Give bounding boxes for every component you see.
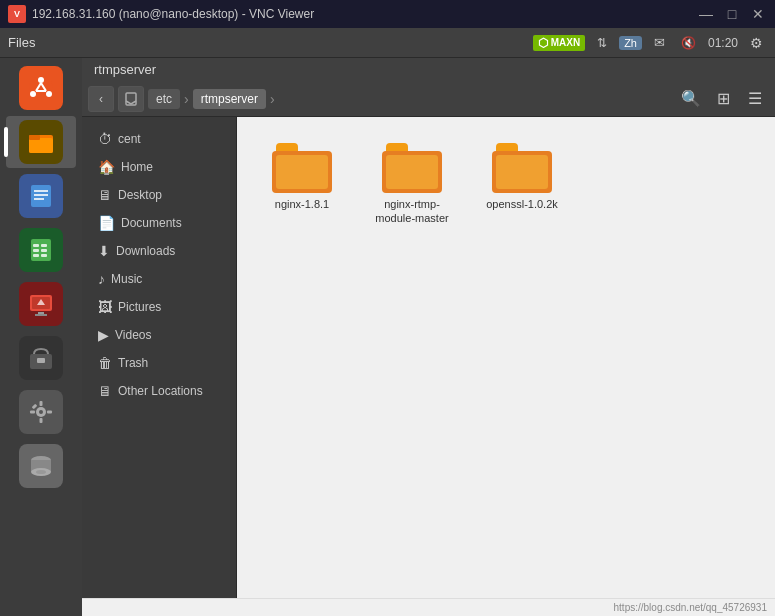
svg-rect-30	[40, 401, 43, 406]
bookmark-button[interactable]	[118, 86, 144, 112]
svg-point-2	[30, 91, 36, 97]
recent-icon: ⏱	[98, 131, 112, 147]
left-navigation: ⏱ cent 🏠 Home 🖥 Desktop 📄 Documents	[82, 117, 237, 598]
breadcrumb-separator: ›	[184, 91, 189, 107]
statusbar: https://blog.csdn.net/qq_45726931	[82, 598, 775, 616]
path-title: rtmpserver	[82, 58, 775, 81]
trash-icon: 🗑	[98, 355, 112, 371]
svg-rect-34	[32, 404, 38, 410]
main-content: rtmpserver ‹ etc › rtmpserver › 🔍	[0, 58, 775, 616]
search-icon: 🔍	[681, 89, 701, 108]
documents-icon: 📄	[98, 215, 115, 231]
sidebar-item-files[interactable]	[6, 116, 76, 168]
svg-point-29	[39, 410, 43, 414]
svg-rect-18	[41, 249, 47, 252]
folder-icon-openssl	[492, 143, 552, 193]
status-url: https://blog.csdn.net/qq_45726931	[614, 602, 767, 613]
menu-button[interactable]: ☰	[741, 85, 769, 113]
music-icon: ♪	[98, 271, 105, 287]
nav-label-home: Home	[121, 160, 153, 174]
videos-icon: ▶	[98, 327, 109, 343]
nav-label-documents: Documents	[121, 216, 182, 230]
window-controls: — □ ✕	[697, 5, 767, 23]
svg-rect-8	[29, 138, 53, 153]
vnc-icon: V	[8, 5, 26, 23]
current-path-label: rtmpserver	[94, 62, 156, 77]
breadcrumb-etc[interactable]: etc	[148, 89, 180, 109]
file-item-openssl[interactable]: openssl-1.0.2k	[477, 137, 567, 232]
nav-label-music: Music	[111, 272, 142, 286]
system-tray: ⬡ MAXN ⇅ Zh ✉ 🔇 01:20 ⚙	[533, 33, 767, 53]
nav-label-recent: cent	[118, 132, 141, 146]
impress-icon	[19, 282, 63, 326]
keyboard-badge[interactable]: Zh	[619, 36, 642, 50]
system-settings-icon[interactable]: ⚙	[746, 33, 767, 53]
svg-rect-19	[33, 254, 39, 257]
sidebar-item-store[interactable]	[6, 332, 76, 384]
breadcrumb-rtmpserver[interactable]: rtmpserver	[193, 89, 266, 109]
svg-rect-12	[34, 194, 48, 196]
back-button[interactable]: ‹	[88, 86, 114, 112]
nvidia-label: MAXN	[551, 37, 580, 48]
nav-label-desktop: Desktop	[118, 188, 162, 202]
nav-item-recent[interactable]: ⏱ cent	[82, 125, 236, 153]
sidebar-item-disk[interactable]	[6, 440, 76, 492]
list-view-icon: ⊞	[717, 89, 730, 108]
sidebar-item-impress[interactable]	[6, 278, 76, 330]
svg-rect-31	[40, 418, 43, 423]
svg-rect-25	[35, 314, 47, 316]
sidebar-item-ubuntu[interactable]	[6, 62, 76, 114]
file-label-openssl: openssl-1.0.2k	[486, 197, 558, 211]
svg-rect-15	[33, 244, 39, 247]
svg-point-38	[36, 470, 46, 474]
svg-rect-17	[33, 249, 39, 252]
home-icon: 🏠	[98, 159, 115, 175]
sidebar-item-writer[interactable]	[6, 170, 76, 222]
maximize-button[interactable]: □	[723, 5, 741, 23]
downloads-icon: ⬇	[98, 243, 110, 259]
nav-item-documents[interactable]: 📄 Documents	[82, 209, 236, 237]
titlebar: V 192.168.31.160 (nano@nano-desktop) - V…	[0, 0, 775, 28]
mute-icon[interactable]: 🔇	[677, 34, 700, 52]
nav-label-other-locations: Other Locations	[118, 384, 203, 398]
transfer-icon[interactable]: ⇅	[593, 34, 611, 52]
file-label-nginx181: nginx-1.8.1	[275, 197, 329, 211]
minimize-button[interactable]: —	[697, 5, 715, 23]
active-indicator	[4, 127, 8, 157]
search-button[interactable]: 🔍	[677, 85, 705, 113]
toolbar-right: 🔍 ⊞ ☰	[677, 85, 769, 113]
svg-rect-27	[37, 358, 45, 363]
close-button[interactable]: ✕	[749, 5, 767, 23]
nav-item-trash[interactable]: 🗑 Trash	[82, 349, 236, 377]
svg-rect-11	[34, 190, 48, 192]
list-view-button[interactable]: ⊞	[709, 85, 737, 113]
sidebar-item-calc[interactable]	[6, 224, 76, 276]
file-item-nginx-rtmp[interactable]: nginx-rtmp-module-master	[367, 137, 457, 232]
nav-item-desktop[interactable]: 🖥 Desktop	[82, 181, 236, 209]
window-title: 192.168.31.160 (nano@nano-desktop) - VNC…	[32, 7, 697, 21]
app-title: Files	[8, 35, 35, 50]
svg-rect-33	[47, 411, 52, 414]
other-locations-icon: 🖥	[98, 383, 112, 399]
svg-point-3	[46, 91, 52, 97]
nav-item-downloads[interactable]: ⬇ Downloads	[82, 237, 236, 265]
disk-icon	[19, 444, 63, 488]
file-item-nginx181[interactable]: nginx-1.8.1	[257, 137, 347, 232]
breadcrumb-toolbar: ‹ etc › rtmpserver › 🔍 ⊞	[82, 81, 775, 117]
folder-icon-nginx181	[272, 143, 332, 193]
sidebar-item-settings[interactable]	[6, 386, 76, 438]
nav-item-pictures[interactable]: 🖼 Pictures	[82, 293, 236, 321]
folder-icon-nginx-rtmp	[382, 143, 442, 193]
nav-label-trash: Trash	[118, 356, 148, 370]
nav-item-other-locations[interactable]: 🖥 Other Locations	[82, 377, 236, 405]
nav-item-home[interactable]: 🏠 Home	[82, 153, 236, 181]
nvidia-icon: ⬡	[538, 36, 548, 50]
ubuntu-icon	[19, 66, 63, 110]
file-grid: nginx-1.8.1 nginx-rtmp-module-master	[237, 117, 775, 598]
nav-item-music[interactable]: ♪ Music	[82, 265, 236, 293]
pictures-icon: 🖼	[98, 299, 112, 315]
menubar: Files ⬡ MAXN ⇅ Zh ✉ 🔇 01:20 ⚙	[0, 28, 775, 58]
settings-sidebar-icon	[19, 390, 63, 434]
mail-icon[interactable]: ✉	[650, 33, 669, 52]
nav-item-videos[interactable]: ▶ Videos	[82, 321, 236, 349]
